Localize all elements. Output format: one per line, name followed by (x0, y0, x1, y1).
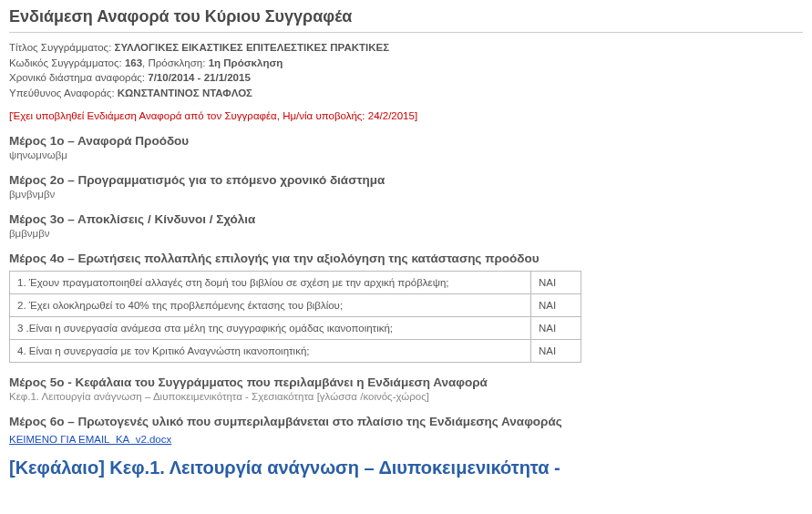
question-cell: 2. Έχει ολοκληρωθεί το 40% της προβλεπόμ… (10, 293, 531, 316)
meta-value: 1η Πρόσκληση (209, 57, 283, 68)
meta-label: Υπεύθυνος Αναφοράς: (9, 87, 115, 98)
meta-value: ΣΥΛΛΟΓΙΚΕΣ ΕΙΚΑΣΤΙΚΕΣ ΕΠΙΤΕΛΕΣΤΙΚΕΣ ΠΡΑΚ… (115, 42, 390, 53)
answer-cell: ΝΑΙ (531, 293, 581, 316)
chapter-heading: [Κεφάλαιο] Κεφ.1. Λειτουργία ανάγνωση – … (9, 457, 803, 478)
meta-label: Χρονικό διάστημα αναφοράς: (9, 72, 145, 83)
section-1-heading: Μέρος 1ο – Αναφορά Προόδου (9, 134, 803, 148)
section-5-sub: Κεφ.1. Λειτουργία ανάγνωση – Διυποκειμεν… (9, 391, 803, 402)
submission-notice: [Έχει υποβληθεί Ενδιάμεση Αναφορά από το… (9, 110, 803, 121)
table-row: 1. Έχουν πραγματοποιηθεί αλλαγές στη δομ… (10, 271, 581, 293)
divider (9, 32, 803, 33)
file-link[interactable]: ΚΕΙΜΕΝΟ ΓΙΑ EMAIL_KA_v2.docx (9, 434, 171, 445)
page-title: Ενδιάμεση Αναφορά του Κύριου Συγγραφέα (9, 7, 803, 26)
meta-line-code: Κωδικός Συγγράμματος: 163, Πρόσκληση: 1η… (9, 56, 803, 71)
section-1-body: ψηνωμνωβμ (9, 149, 803, 160)
table-row: 4. Είναι η συνεργασία με τον Κριτικό Ανα… (10, 339, 581, 362)
section-3-heading: Μέρος 3ο – Αποκλίσεις / Κίνδυνοι / Σχόλι… (9, 212, 803, 226)
section-3-body: βμβνμβν (9, 228, 803, 239)
section-6-heading: Μέρος 6ο – Πρωτογενές υλικό που συμπεριλ… (9, 415, 803, 428)
meta-line-period: Χρονικό διάστημα αναφοράς: 7/10/2014 - 2… (9, 70, 803, 86)
question-cell: 3 .Είναι η συνεργασία ανάμεσα στα μέλη τ… (10, 316, 531, 339)
section-4-heading: Μέρος 4ο – Ερωτήσεις πολλαπλής επιλογής … (9, 252, 803, 265)
meta-label: Τίτλος Συγγράμματος: (9, 42, 111, 53)
answer-cell: ΝΑΙ (531, 339, 581, 362)
meta-value: 7/10/2014 - 21/1/2015 (148, 72, 251, 83)
question-cell: 1. Έχουν πραγματοποιηθεί αλλαγές στη δομ… (10, 271, 531, 293)
meta-line-title: Τίτλος Συγγράμματος: ΣΥΛΛΟΓΙΚΕΣ ΕΙΚΑΣΤΙΚ… (9, 40, 803, 56)
meta-label: Κωδικός Συγγράμματος: (9, 57, 122, 68)
meta-value: 163 (125, 57, 142, 68)
table-row: 3 .Είναι η συνεργασία ανάμεσα στα μέλη τ… (10, 316, 581, 339)
questions-table: 1. Έχουν πραγματοποιηθεί αλλαγές στη δομ… (9, 271, 581, 363)
answer-cell: ΝΑΙ (531, 271, 581, 293)
section-5-heading: Μέρος 5ο - Κεφάλαια του Συγγράμματος που… (9, 375, 803, 389)
question-cell: 4. Είναι η συνεργασία με τον Κριτικό Ανα… (10, 339, 531, 362)
meta-value: ΚΩΝΣΤΑΝΤΙΝΟΣ ΝΤΑΦΛΟΣ (118, 87, 252, 98)
answer-cell: ΝΑΙ (531, 316, 581, 339)
section-2-heading: Μέρος 2ο – Προγραμματισμός για το επόμεν… (9, 173, 803, 187)
table-row: 2. Έχει ολοκληρωθεί το 40% της προβλεπόμ… (10, 293, 581, 316)
section-2-body: βμνβνμβν (9, 189, 803, 200)
meta-line-responsible: Υπεύθυνος Αναφοράς: ΚΩΝΣΤΑΝΤΙΝΟΣ ΝΤΑΦΛΟΣ (9, 86, 803, 101)
meta-label: Πρόσκληση: (149, 57, 206, 68)
metadata-block: Τίτλος Συγγράμματος: ΣΥΛΛΟΓΙΚΕΣ ΕΙΚΑΣΤΙΚ… (9, 40, 803, 101)
